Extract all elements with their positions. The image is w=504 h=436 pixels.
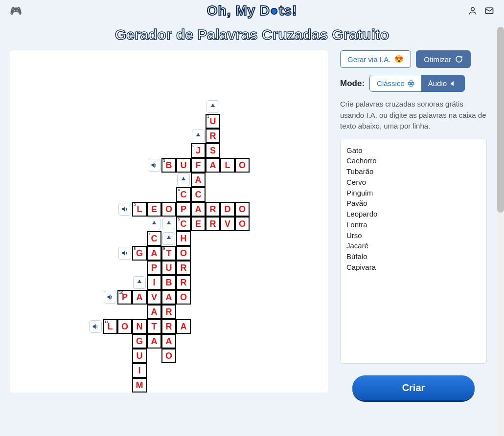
crossword-cell[interactable]: P [147, 261, 161, 275]
crossword-cell[interactable]: B3 [161, 158, 176, 173]
crossword-cell[interactable]: N [132, 319, 147, 334]
crossword-cell[interactable]: O [235, 217, 250, 231]
crossword-cell[interactable]: R [161, 319, 176, 334]
scroll-thumb[interactable] [497, 27, 504, 213]
crossword-cell[interactable]: U [161, 261, 176, 275]
crossword-cell[interactable]: C7 [147, 231, 161, 246]
crossword-cell[interactable]: G8 [132, 246, 147, 261]
grid-icon [408, 80, 414, 87]
brand-logo[interactable]: Oh, My D●ts! [207, 3, 298, 19]
description-text: Crie palavras cruzadas sonoras grátis us… [340, 99, 487, 132]
crossword-cell[interactable]: B [161, 275, 176, 290]
mode-audio-label: Áudio [428, 79, 447, 87]
crossword-cell[interactable]: U [176, 158, 191, 173]
crossword-cell[interactable]: I [132, 363, 147, 378]
crossword-cell[interactable]: M [132, 378, 147, 392]
crossword-cell[interactable]: V [220, 217, 235, 231]
crossword-cell[interactable]: J2 [191, 143, 206, 158]
crossword-cell[interactable]: A [161, 334, 176, 349]
clue-speaker-icon[interactable] [148, 159, 160, 172]
crossword-cell[interactable]: A [191, 202, 206, 217]
mode-classic-option[interactable]: Clássico [370, 75, 421, 91]
generate-ai-button[interactable]: Gerar via I.A. 😍 [340, 50, 411, 68]
crossword-cell[interactable]: S [206, 143, 220, 158]
optimize-label: Otimizar [424, 55, 451, 64]
crossword-cell[interactable]: A [176, 319, 191, 334]
crossword-cell[interactable]: E [191, 217, 206, 231]
crossword-cell[interactable]: C [191, 187, 206, 202]
mail-icon[interactable] [484, 6, 494, 16]
crossword-cell[interactable]: A [161, 290, 176, 305]
page-title: Gerador de Palavras Cruzadas Gratuito [0, 26, 504, 43]
crossword-cell[interactable]: C4 [176, 187, 191, 202]
crossword-cell[interactable]: L5 [132, 202, 147, 217]
clue-speaker-icon[interactable] [192, 130, 205, 142]
crossword-panel: U1RJ2SB3UFALOAC4CL5EOPARDOC6ERVOC7HG8AT9… [10, 50, 328, 392]
generate-ai-label: Gerar via I.A. [347, 55, 390, 64]
crossword-cell[interactable]: T9 [161, 246, 176, 261]
brand-suffix: ts! [279, 3, 297, 18]
clue-speaker-icon[interactable] [104, 291, 116, 304]
crossword-cell[interactable]: U1 [206, 114, 220, 129]
crossword-cell[interactable]: G [132, 334, 147, 349]
clue-speaker-icon[interactable] [206, 100, 219, 113]
crossword-cell[interactable]: R [206, 129, 220, 143]
crossword-cell[interactable]: L [220, 158, 235, 173]
crossword-cell[interactable]: A [206, 158, 220, 173]
crossword-cell[interactable]: A [132, 290, 147, 305]
crossword-cell[interactable]: R [176, 275, 191, 290]
clue-speaker-icon[interactable] [133, 276, 146, 289]
crossword-cell[interactable]: O [235, 202, 250, 217]
gamepad-icon[interactable]: 🎮 [10, 5, 22, 17]
clue-speaker-icon[interactable] [118, 203, 131, 216]
speaker-icon [450, 80, 458, 87]
crossword-cell[interactable]: R [161, 305, 176, 319]
svg-point-0 [471, 7, 475, 11]
crossword-cell[interactable]: I [147, 275, 161, 290]
crossword-cell[interactable]: A [147, 305, 161, 319]
crossword-cell[interactable]: T [147, 319, 161, 334]
crossword-cell[interactable]: E [147, 202, 161, 217]
controls-panel: Gerar via I.A. 😍 Otimizar Mode: Clássico… [340, 50, 487, 400]
crossword-cell[interactable]: D [220, 202, 235, 217]
crossword-cell[interactable]: H [176, 231, 191, 246]
crossword-cell[interactable]: O [161, 202, 176, 217]
mode-audio-option[interactable]: Áudio [421, 75, 464, 91]
crossword-cell[interactable]: R [206, 217, 220, 231]
crossword-cell[interactable]: V [147, 290, 161, 305]
mode-label: Mode: [340, 79, 365, 88]
user-icon[interactable] [468, 6, 478, 16]
clue-speaker-icon[interactable] [162, 232, 175, 245]
clue-speaker-icon[interactable] [148, 218, 160, 230]
mode-toggle: Clássico Áudio [369, 75, 465, 92]
crossword-cell[interactable]: A [147, 334, 161, 349]
crossword-cell[interactable]: F [191, 158, 206, 173]
clue-speaker-icon[interactable] [89, 320, 102, 333]
crossword-cell[interactable]: O [161, 349, 176, 363]
brand-prefix: Oh, My D [207, 3, 270, 18]
crossword-cell[interactable]: O [117, 319, 132, 334]
crossword-cell[interactable]: P10 [117, 290, 132, 305]
brand-dot-icon: ● [270, 3, 279, 18]
words-input[interactable] [340, 139, 487, 364]
crossword-cell[interactable]: C6 [176, 217, 191, 231]
mode-classic-label: Clássico [377, 79, 405, 87]
crossword-cell[interactable]: A [147, 246, 161, 261]
crossword-cell[interactable]: U [132, 349, 147, 363]
crossword-cell[interactable]: O [176, 290, 191, 305]
crossword-cell[interactable]: L11 [103, 319, 117, 334]
clue-speaker-icon[interactable] [118, 247, 131, 260]
create-button[interactable]: Criar [352, 375, 475, 400]
crossword-cell[interactable]: O [176, 246, 191, 261]
clue-speaker-icon[interactable] [177, 174, 190, 186]
crossword-cell[interactable]: R [206, 202, 220, 217]
clue-speaker-icon[interactable] [162, 218, 175, 230]
crossword-cell[interactable]: A [191, 173, 206, 187]
refresh-icon [455, 55, 463, 63]
crossword-cell[interactable]: R [176, 261, 191, 275]
optimize-button[interactable]: Otimizar [416, 50, 471, 68]
scrollbar[interactable] [497, 27, 504, 436]
crossword-cell[interactable]: O [235, 158, 250, 173]
heart-eyes-icon: 😍 [394, 55, 404, 64]
crossword-cell[interactable]: P [176, 202, 191, 217]
